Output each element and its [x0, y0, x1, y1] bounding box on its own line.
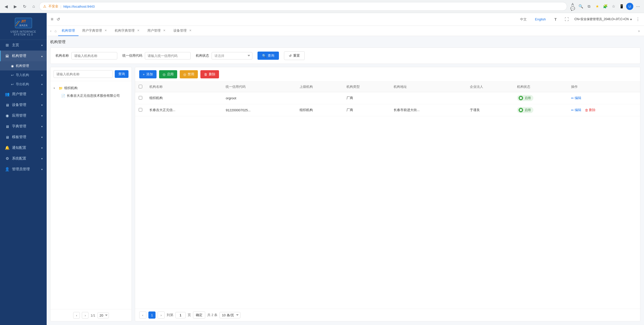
sidebar-item-device[interactable]: 🖥 设备管理 ▾ — [0, 100, 47, 110]
tree-child-node[interactable]: 📄 长春吉大正元信息技术股份有限公司 — [61, 92, 128, 100]
template-icon: 🖥 — [5, 135, 9, 139]
browser-more-button[interactable]: ⋯ — [634, 3, 641, 10]
tree-search-input[interactable] — [54, 70, 113, 78]
sidebar-item-sysconfig[interactable]: ⚙ 系统配置 ▾ — [0, 153, 47, 164]
search-page-button[interactable]: 🔍 — [577, 3, 584, 10]
tab-user-manage[interactable]: 用户管理 ✕ — [144, 26, 170, 36]
profile-button[interactable]: U — [626, 3, 633, 10]
row2-delete-button[interactable]: 🗑删除 — [585, 108, 596, 112]
sidebar-item-home[interactable]: ⊞ 主页 ▾ — [0, 40, 47, 51]
sidebar-item-user[interactable]: 👥 用户管理 ▾ — [0, 89, 47, 100]
table-panel: + 添加 ◎ 启用 ◎ 禁用 🗑 删除 — [135, 67, 640, 321]
sidebar-item-org[interactable]: 🏛 机构管理 ▴ — [0, 51, 47, 61]
split-view-button[interactable]: ⧉ — [585, 3, 593, 10]
tab-user-manage-close-button[interactable]: ✕ — [162, 29, 166, 33]
org-name-label: 机构名称 — [56, 53, 69, 58]
pagination-confirm-button[interactable]: 确定 — [193, 311, 205, 319]
lang-en-button[interactable]: English — [533, 16, 548, 22]
page-refresh-button[interactable]: ↺ — [57, 17, 60, 22]
collections-button[interactable]: ☆ — [610, 3, 617, 10]
row1-status-text: 启用 — [525, 96, 531, 100]
org-status-select[interactable]: 请选择 启用 禁用 — [212, 52, 252, 59]
extensions-button[interactable]: 🧩 — [602, 3, 609, 10]
tab-nav-home-button[interactable]: ⌂ — [53, 28, 58, 34]
tree-next-page-button[interactable]: › — [82, 312, 88, 319]
sidebar-sub-item-import-org[interactable]: ↩ 导入机构 ▾ — [0, 70, 47, 80]
topbar-more-button[interactable]: ⋮ — [636, 17, 640, 22]
sidebar-item-dict[interactable]: 🖥 字典管理 ▾ — [0, 121, 47, 132]
user-info[interactable]: CN=安全保密管理员_2048,O=JIT,C=CN ▾ — [574, 17, 632, 21]
enable-org-button[interactable]: ◎ 启用 — [159, 70, 177, 78]
org-table: 机构名称 统一信用代码 上级机构 机构类型 机构地址 企业法人 机构状态 操作 — [135, 82, 640, 116]
favorites-button[interactable]: ★ — [594, 3, 601, 10]
sidebar-sub-item-export-org[interactable]: ↩ 导出机构 ▾ — [0, 80, 47, 89]
row1-checkbox[interactable] — [139, 96, 142, 100]
security-text: 不安全 — [48, 4, 58, 9]
tree-root-node[interactable]: ▾ 📁 组织机构 — [54, 84, 128, 92]
add-org-button[interactable]: + 添加 — [139, 70, 157, 78]
tree-page-size-select[interactable]: 20 50 — [97, 312, 109, 318]
search-button[interactable]: 🔍 查询 — [257, 52, 279, 60]
sidebar-item-app[interactable]: ◉ 应用管理 ▾ — [0, 110, 47, 121]
table-pagination: ‹ 1 › 到第 页 确定 共 2 条 10 条/页 20 条/页 50 条/页 — [135, 309, 640, 321]
table-header-row: 机构名称 统一信用代码 上级机构 机构类型 机构地址 企业法人 机构状态 操作 — [135, 82, 640, 92]
svg-text:JIT: JIT — [21, 19, 26, 23]
sidebar-sub-import-org-label: 导入机构 — [16, 73, 29, 77]
sidebar-item-notify[interactable]: 🔔 通知配置 ▾ — [0, 142, 47, 153]
forward-button[interactable]: ▶ — [12, 3, 19, 10]
tab-org-dict[interactable]: 机构字典管理 ✕ — [111, 26, 144, 36]
back-button[interactable]: ◀ — [3, 3, 10, 10]
tab-org-manage[interactable]: 机构管理 — [58, 26, 79, 36]
tree-prev-page-button[interactable]: ‹ — [73, 312, 80, 319]
tree-child-area: 📄 长春吉大正元信息技术股份有限公司 — [54, 92, 128, 100]
lang-zh-button[interactable]: 中文 — [518, 16, 529, 23]
pagination-total-text: 共 2 条 — [207, 313, 217, 317]
sidebar-item-admin[interactable]: 👤 管理员管理 ▾ — [0, 164, 47, 175]
address-bar[interactable]: ⚠ 不安全 | https://localhost:9443 — [39, 2, 567, 11]
row1-legal-person — [466, 92, 513, 104]
menu-toggle-button[interactable]: ≡ — [51, 17, 54, 22]
row2-edit-icon: ✏ — [571, 108, 574, 112]
tab-user-manage-label: 用户管理 — [147, 28, 161, 33]
row1-status-dot — [519, 96, 523, 100]
row2-edit-button[interactable]: ✏编辑 — [571, 108, 581, 112]
template-arrow-icon: ▾ — [41, 136, 43, 139]
fullscreen-button[interactable]: ⛶ — [563, 16, 570, 23]
export-org-icon: ↩ — [11, 82, 14, 86]
tree-search-button[interactable]: 查询 — [115, 70, 128, 78]
pagination-next-button[interactable]: › — [158, 311, 165, 319]
search-btn-label: 查询 — [268, 53, 274, 58]
tab-device-manage[interactable]: 设备管理 ✕ — [170, 26, 196, 36]
home-button[interactable]: ⌂ — [30, 3, 37, 10]
row2-status-badge: 启用 — [517, 107, 533, 113]
th-org-type: 机构类型 — [343, 82, 390, 92]
refresh-button[interactable]: ↻ — [21, 3, 28, 10]
url-display[interactable]: https://localhost:9443 — [63, 5, 563, 8]
tab-more-button[interactable]: » — [636, 28, 642, 34]
pagination-prev-button[interactable]: ‹ — [139, 311, 146, 319]
tree-child-label: 长春吉大正元信息技术股份有限公司 — [67, 93, 120, 98]
org-name-input[interactable] — [71, 52, 117, 59]
row2-checkbox[interactable] — [139, 108, 142, 112]
reset-button[interactable]: ↺ 重置 — [284, 51, 305, 60]
batch-delete-button[interactable]: 🗑 删除 — [200, 70, 219, 78]
pagination-size-select[interactable]: 10 条/页 20 条/页 50 条/页 — [220, 312, 240, 318]
tab-user-dict[interactable]: 用户字典管理 ✕ — [79, 26, 111, 36]
sidebar-item-template[interactable]: 🖥 模板管理 ▾ — [0, 132, 47, 142]
disable-org-button[interactable]: ◎ 禁用 — [180, 70, 198, 78]
tab-org-dict-close-button[interactable]: ✕ — [136, 29, 140, 33]
tree-root-label: 组织机构 — [64, 86, 78, 90]
translate-button[interactable]: T — [552, 16, 559, 23]
cast-button[interactable]: 📱 — [618, 3, 625, 10]
sidebar-item-app-label: 应用管理 — [12, 113, 26, 118]
read-aloud-button[interactable]: A💬 — [569, 3, 576, 10]
row1-edit-button[interactable]: ✏编辑 — [571, 96, 581, 100]
credit-code-input[interactable] — [145, 52, 191, 59]
select-all-checkbox[interactable] — [139, 85, 142, 88]
tab-user-dict-close-button[interactable]: ✕ — [104, 29, 108, 33]
pagination-page1-button[interactable]: 1 — [148, 311, 156, 319]
pagination-goto-input[interactable] — [175, 312, 186, 318]
tab-nav-back-button[interactable]: ‹ — [49, 28, 53, 34]
sidebar-sub-item-org-manage[interactable]: ◉ 机构管理 — [0, 61, 47, 70]
tab-device-manage-close-button[interactable]: ✕ — [188, 29, 192, 33]
